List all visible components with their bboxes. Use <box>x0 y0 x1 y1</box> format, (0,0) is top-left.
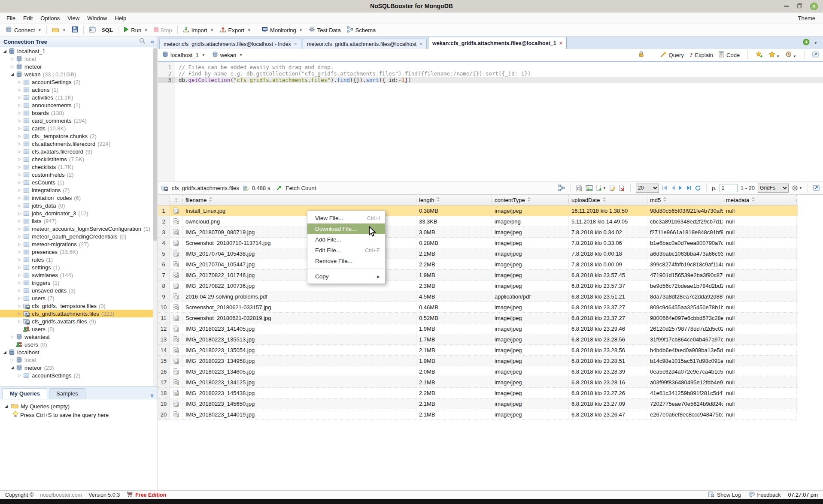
tree-item-checklistitems[interactable]: ▷checklistItems(7.5K) <box>0 155 153 163</box>
theme-menu[interactable]: Theme <box>793 15 820 21</box>
minimize-button[interactable] <box>784 6 789 7</box>
free-edition-badge[interactable]: Free Edition <box>126 492 166 499</box>
tab-close-icon[interactable]: × <box>419 41 422 47</box>
expand-icon[interactable]: ▷ <box>17 219 22 223</box>
menu-window[interactable]: Window <box>83 15 111 21</box>
tab-list-icon[interactable]: ▼ <box>814 41 817 45</box>
expand-icon[interactable]: ▷ <box>17 103 22 107</box>
tree-item-customfields[interactable]: ▷customFields(2) <box>0 171 153 178</box>
close-button[interactable]: × <box>810 3 818 10</box>
tree-item-local[interactable]: ▷local <box>0 356 153 364</box>
column-header-metadata[interactable]: metadata <box>723 195 797 205</box>
table-row[interactable]: 6IMG_20170704_105447.jpg2.2MBimage/jpeg7… <box>158 259 798 270</box>
tree-item-unsaved-edits[interactable]: ▷unsaved-edits(3) <box>0 287 153 294</box>
preview-file-icon[interactable] <box>170 366 183 377</box>
column-header-md5[interactable]: md5 <box>647 195 723 205</box>
page-size-select[interactable]: 20 <box>636 184 659 193</box>
connection-selector[interactable]: localhost_1▼ <box>162 51 205 59</box>
favorites-icon[interactable]: ▼ <box>768 51 780 59</box>
preview-file-icon[interactable] <box>170 291 183 302</box>
preview-file-icon[interactable] <box>170 377 183 387</box>
monitoring-button[interactable]: Monitoring▼ <box>258 25 306 35</box>
collapse-icon[interactable]: ◢ <box>2 350 8 354</box>
tree-item-swimlanes[interactable]: ▷swimlanes(144) <box>0 271 153 279</box>
table-row[interactable]: 10Screenshot_20180621-033157.jpg0.46MBim… <box>158 302 798 313</box>
context-menu-copy[interactable]: Copy▶ <box>307 271 385 282</box>
expand-icon[interactable]: ▷ <box>17 211 22 215</box>
expand-icon[interactable]: ▷ <box>17 142 22 146</box>
preview-file-icon[interactable] <box>170 238 183 248</box>
expand-icon[interactable]: ▷ <box>17 257 22 262</box>
expand-icon[interactable]: ▷ <box>17 126 22 130</box>
query-wizard-button[interactable]: Query <box>660 51 684 59</box>
settings-gear-icon[interactable]: ▼ <box>792 185 802 191</box>
tree-item-activities[interactable]: ▷activities(11.1K) <box>0 94 153 101</box>
tree-scrollbar-thumb[interactable] <box>153 48 157 241</box>
table-row[interactable]: 12IMG_20180223_141405.jpg1.9MBimage/jpeg… <box>158 323 798 334</box>
refresh-icon[interactable] <box>695 185 701 191</box>
tree-item-cfs-attachments-filerecord[interactable]: ▷cfs.attachments.filerecord(224) <box>0 140 153 148</box>
preview-file-icon[interactable] <box>170 281 183 291</box>
expand-icon[interactable]: ▷ <box>17 226 22 231</box>
tree-item-cfs-tempstore-chunks[interactable]: ▷cfs._tempstore.chunks(2) <box>0 132 153 140</box>
tree-scrollbar[interactable] <box>153 47 158 386</box>
database-selector[interactable]: wekan▼ <box>212 51 243 59</box>
code-button[interactable]: Code <box>719 51 740 59</box>
next-page-icon[interactable] <box>678 185 683 190</box>
import-button[interactable]: Import▼ <box>180 25 217 35</box>
preview-file-icon[interactable] <box>170 248 183 259</box>
remove-document-icon[interactable] <box>619 184 625 191</box>
expand-icon[interactable]: ▷ <box>17 149 22 154</box>
view-document-icon[interactable] <box>576 184 583 192</box>
save-button[interactable] <box>69 25 81 35</box>
preview-file-icon[interactable] <box>170 216 183 226</box>
expand-icon[interactable]: ▷ <box>17 288 22 293</box>
tree-item-wekantest[interactable]: ▷wekantest <box>0 333 153 341</box>
table-row[interactable]: 18IMG_20180223_145438.jpg2.2MBimage/jpeg… <box>158 388 798 398</box>
stop-button[interactable]: Stop <box>151 25 175 35</box>
preview-file-icon[interactable] <box>170 388 183 398</box>
expand-icon[interactable]: ▷ <box>17 157 22 161</box>
menu-view[interactable]: View <box>64 15 83 21</box>
run-button[interactable]: Run▼ <box>121 25 151 35</box>
tree-item-invitation-codes[interactable]: ▷invitation_codes(6) <box>0 194 153 202</box>
tab-samples[interactable]: Samples <box>49 388 85 399</box>
site-label[interactable]: nosqlbooster.com <box>40 492 82 498</box>
visualize-schema-icon[interactable] <box>558 184 565 191</box>
menu-help[interactable]: Help <box>111 15 130 21</box>
column-header-uploaddate[interactable]: uploadDate <box>569 195 647 205</box>
tree-item-presences[interactable]: ▷presences(33.6K) <box>0 248 153 256</box>
tree-item-users[interactable]: ▷users(7) <box>0 294 153 302</box>
prev-page-icon[interactable] <box>671 185 675 190</box>
maximize-editor-icon[interactable] <box>812 51 819 59</box>
sql-button[interactable]: SQL <box>99 25 116 35</box>
expand-icon[interactable]: ▷ <box>9 57 15 61</box>
export-button[interactable]: Export▼ <box>217 25 254 35</box>
tree-item-settings[interactable]: ▷settings(1) <box>0 263 153 271</box>
schema-button[interactable]: Schema <box>344 25 379 35</box>
expand-icon[interactable]: ▷ <box>17 319 22 323</box>
preview-file-icon[interactable] <box>170 205 183 216</box>
preview-file-icon[interactable] <box>170 345 183 355</box>
expand-icon[interactable]: ▷ <box>17 134 22 138</box>
history-icon[interactable]: ▼ <box>785 51 796 59</box>
expand-icon[interactable]: ▷ <box>17 180 22 184</box>
expand-icon[interactable]: ▷ <box>17 234 22 238</box>
show-image-icon[interactable] <box>586 185 593 191</box>
menu-file[interactable]: File <box>3 15 19 21</box>
expand-icon[interactable]: ▷ <box>17 196 22 200</box>
collapse-icon[interactable]: ◢ <box>9 72 15 76</box>
table-row[interactable]: 17IMG_20180223_134125.jpg2.1MBimage/jpeg… <box>158 377 798 388</box>
preview-file-icon[interactable] <box>170 313 183 323</box>
tree-item-users[interactable]: users(0) <box>0 325 153 333</box>
query-editor[interactable]: 1// Files can be added easily with drag … <box>158 62 823 181</box>
explain-button[interactable]: ? Explain <box>689 51 713 59</box>
tree-item-boards[interactable]: ▷boards(138) <box>0 109 153 117</box>
expand-icon[interactable]: ▷ <box>17 118 22 123</box>
maximize-results-icon[interactable] <box>813 185 820 191</box>
table-row[interactable]: 13IMG_20180223_135513.jpg1.7MBimage/jpeg… <box>158 334 798 345</box>
expand-icon[interactable]: ▷ <box>17 304 22 308</box>
row-sort-header[interactable] <box>170 195 183 205</box>
shell-button[interactable] <box>86 25 99 35</box>
tree-item-lists[interactable]: ▷lists(947) <box>0 217 153 225</box>
